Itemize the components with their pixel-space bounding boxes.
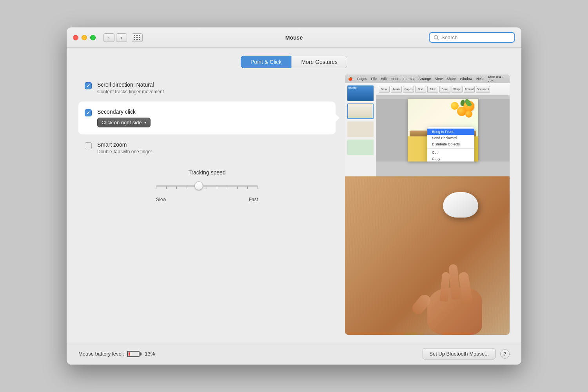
battery-body: [127, 351, 140, 357]
context-item-distribute: Distribute Objects: [427, 141, 474, 147]
battery-tip: [140, 352, 142, 356]
secondary-click-checkbox[interactable]: ✓: [85, 109, 92, 116]
orange-4: [465, 111, 472, 118]
titlebar: ‹ › Mouse: [67, 27, 521, 48]
chevron-down-icon: ▾: [144, 120, 146, 125]
slider-tick: [237, 187, 238, 189]
smart-zoom-title: Smart zoom: [97, 142, 152, 148]
battery-info: Mouse battery level: 13%: [78, 351, 155, 357]
mac-main-canvas: View Zoom Pages Text Table Chart Shape F…: [376, 83, 510, 176]
help-icon: ?: [503, 351, 506, 357]
toolbar-btn: Format: [464, 86, 475, 93]
scroll-direction-desc: Content tracks finger movement: [97, 89, 164, 94]
search-input[interactable]: [441, 34, 510, 40]
context-divider: [427, 148, 474, 149]
slider-tick: [227, 187, 227, 189]
toolbar-btn: Text: [415, 86, 426, 93]
slider-tick: [217, 187, 217, 189]
grid-icon: [134, 35, 140, 40]
tracking-speed-title: Tracking speed: [188, 169, 225, 176]
slider-tick: [258, 187, 258, 189]
checkmark-icon: ✓: [86, 111, 90, 115]
mouse-body: [443, 192, 478, 218]
smart-zoom-item: Smart zoom Double-tap with one finger: [78, 134, 336, 162]
settings-panel: ✓ Scroll direction: Natural Content trac…: [78, 74, 336, 335]
preview-mouse-photo: [345, 176, 510, 335]
context-item-cut: Cut: [427, 149, 474, 156]
traffic-lights: [73, 35, 96, 40]
mac-toolbar: View Zoom Pages Text Table Chart Shape F…: [376, 83, 510, 96]
window-title: Mouse: [285, 34, 303, 41]
toolbar-btn: Shape: [452, 86, 463, 93]
slider-tick: [176, 187, 177, 189]
footer: Mouse battery level: 13% Set Up Bluetoot…: [67, 343, 521, 365]
slider-labels: Slow Fast: [156, 193, 258, 202]
forward-button[interactable]: ›: [116, 33, 127, 42]
smart-zoom-checkbox[interactable]: [85, 142, 92, 149]
slider-track: [156, 185, 258, 187]
toolbar-btn: View: [379, 86, 390, 93]
secondary-click-title: Secondary click: [97, 109, 151, 115]
main-panel: ✓ Scroll direction: Natural Content trac…: [78, 74, 510, 335]
orange-3: [451, 102, 459, 110]
mac-menubar-items: Pages File Edit Insert Format Arrange Vi…: [357, 77, 484, 81]
checkmark-icon: ✓: [86, 83, 90, 88]
back-button[interactable]: ‹: [103, 33, 114, 42]
battery-icon: [127, 351, 142, 357]
help-button[interactable]: ?: [500, 349, 510, 359]
tracking-speed-slider-container: Slow Fast: [156, 181, 258, 202]
slider-tick: [207, 187, 207, 189]
tab-point-click[interactable]: Point & Click: [241, 56, 291, 68]
context-item-copy: Copy: [427, 156, 474, 162]
mac-sidebar: DISTRICT DI ICT: [345, 83, 376, 176]
search-box[interactable]: [429, 32, 515, 43]
sidebar-thumb-4: [347, 140, 374, 155]
smart-zoom-desc: Double-tap with one finger: [97, 149, 152, 154]
nav-buttons: ‹ ›: [103, 33, 127, 42]
minimize-button[interactable]: [82, 35, 87, 40]
svg-line-1: [437, 38, 439, 40]
preview-screenshot: 🍎 Pages File Edit Insert Format Arrange …: [345, 74, 510, 176]
tab-more-gestures[interactable]: More Gestures: [291, 56, 347, 68]
slider-thumb[interactable]: [194, 181, 203, 190]
forward-icon: ›: [121, 34, 122, 40]
secondary-click-item: ✓ Secondary click Click on right side ▾: [78, 102, 336, 134]
sidebar-thumb-1: DISTRICT: [347, 85, 374, 101]
close-button[interactable]: [73, 35, 78, 40]
mac-apple-icon: 🍎: [348, 77, 352, 81]
footer-buttons: Set Up Bluetooth Mouse... ?: [423, 348, 510, 359]
context-menu: Bring to Front Send Backward Distribute …: [427, 127, 474, 162]
main-window: ‹ › Mouse Point & Click: [67, 27, 521, 365]
page-preview: DI ICT Bring to Front Send Backward: [408, 99, 478, 162]
slider-wrapper[interactable]: [156, 181, 258, 191]
fast-label: Fast: [249, 197, 258, 202]
search-icon: [434, 35, 439, 40]
dropdown-label: Click on right side: [102, 120, 142, 125]
mac-menubar: 🍎 Pages File Edit Insert Format Arrange …: [345, 74, 510, 83]
grid-view-button[interactable]: [132, 33, 143, 42]
hand: [396, 256, 494, 335]
mac-content-area: DISTRICT DI ICT: [345, 83, 510, 176]
toolbar-items: View Zoom Pages Text Table Chart Shape F…: [379, 86, 490, 93]
slider-tick: [156, 187, 156, 189]
tracking-speed-section: Tracking speed: [78, 162, 336, 210]
battery-percent: 13%: [145, 351, 155, 357]
context-item-send-back: Send Backward: [427, 135, 474, 141]
doc-content: DI ICT Bring to Front Send Backward: [376, 99, 510, 162]
secondary-click-text: Secondary click Click on right side ▾: [97, 109, 151, 127]
slider-tick: [166, 187, 167, 189]
tabs-container: Point & Click More Gestures: [78, 56, 510, 68]
toolbar-btn: Table: [427, 86, 438, 93]
scroll-direction-checkbox[interactable]: ✓: [85, 82, 92, 89]
sidebar-thumb-3: [347, 122, 374, 137]
mac-screenshot: 🍎 Pages File Edit Insert Format Arrange …: [345, 74, 510, 176]
setup-bluetooth-button[interactable]: Set Up Bluetooth Mouse...: [423, 348, 495, 359]
fullscreen-button[interactable]: [90, 35, 96, 40]
secondary-click-dropdown[interactable]: Click on right side ▾: [97, 118, 151, 127]
toolbar-btn: Pages: [403, 86, 414, 93]
smart-zoom-text: Smart zoom Double-tap with one finger: [97, 142, 152, 154]
battery-fill: [129, 352, 130, 356]
slider-tick: [247, 187, 248, 189]
toolbar-btn: Document: [476, 86, 490, 93]
battery-label: Mouse battery level:: [78, 351, 124, 357]
